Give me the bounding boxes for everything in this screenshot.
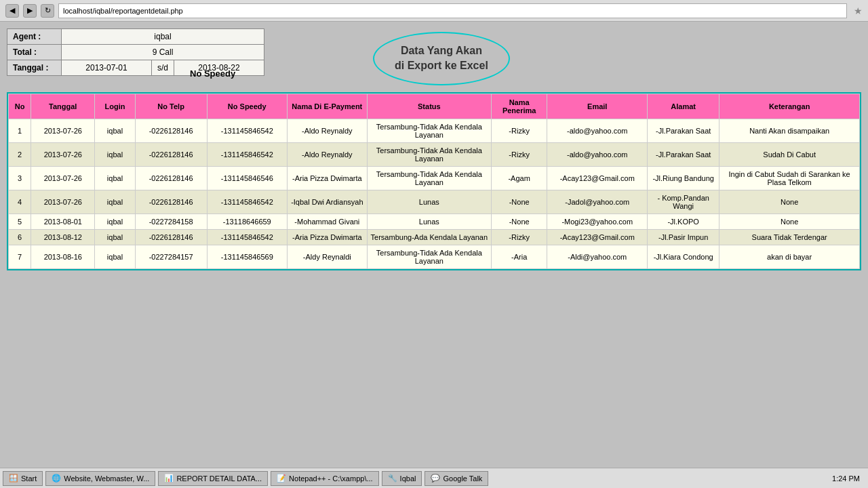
data-table-wrapper: No Tanggal Login No Telp No Speedy Nama … [7,92,861,270]
agent-label: Agent : [7,29,62,45]
table-cell: -Acay123@Gmail.com [547,166,648,190]
table-cell: -0226128146 [135,166,207,190]
start-label: Start [21,474,37,483]
table-cell: -Agam [491,166,547,190]
table-cell: iqbal [95,142,135,166]
table-cell: -Jl.Pasir Impun [648,229,719,245]
table-cell: -Aria Pizza Dwimarta [287,229,367,245]
table-cell: -0226128146 [135,119,207,142]
table-cell: -Jadol@yahoo.com [547,190,648,214]
table-cell: -Mogi23@yahoo.com [547,214,648,229]
table-cell: -Aria Pizza Dwimarta [287,166,367,190]
table-cell: Lunas [367,190,491,214]
table-cell: -None [491,190,547,214]
table-cell: -131145846542 [207,229,287,245]
table-cell: Nanti Akan disampaikan [719,119,860,142]
back-button[interactable]: ◀ [5,4,19,18]
table-cell: -0227284158 [135,214,207,229]
report-label: REPORT DETAIL DATA... [176,474,262,483]
table-cell: 5 [9,214,31,229]
table-cell: 2013-07-26 [31,166,95,190]
table-cell: -Aria [491,245,547,268]
th-ket: Keterangan [719,94,860,119]
taskbar-item-notepad[interactable]: 📝 Notepad++ - C:\xampp\... [271,471,379,486]
th-notelp: No Telp [135,94,207,119]
table-row: 62013-08-12iqbal-0226128146-131145846542… [9,229,860,245]
th-no: No [9,94,31,119]
table-cell: -0226128146 [135,229,207,245]
tanggal-from: 2013-07-01 [62,60,152,76]
table-cell: -131145846546 [207,166,287,190]
tanggal-label: Tanggal : [7,60,62,76]
table-cell: -0227284157 [135,245,207,268]
start-button[interactable]: 🪟 Start [3,471,43,486]
website-label: Website, Webmaster, W... [64,474,149,483]
table-cell: -Aldo Reynaldy [287,142,367,166]
taskbar-item-iqbal[interactable]: 🔧 Iqbal [382,471,422,486]
agent-row: Agent : iqbal [7,29,264,45]
address-bar[interactable] [58,3,847,18]
th-tanggal: Tanggal [31,94,95,119]
th-email: Email [547,94,648,119]
table-cell: 1 [9,119,31,142]
table-cell: 2013-08-12 [31,229,95,245]
taskbar-item-website[interactable]: 🌐 Website, Webmaster, W... [45,471,155,486]
table-cell: iqbal [95,214,135,229]
refresh-button[interactable]: ↻ [41,4,54,18]
oval-container: Data Yang Akan di Export ke Excel [373,32,510,85]
table-cell: 6 [9,229,31,245]
table-cell: 3 [9,166,31,190]
table-cell: -Jl.Parakan Saat [648,142,719,166]
table-cell: -131145846569 [207,245,287,268]
table-row: 72013-08-16iqbal-0227284157-131145846569… [9,245,860,268]
table-cell: -0226128146 [135,142,207,166]
gtalk-label: Google Talk [443,474,482,483]
table-cell: -13118646659 [207,214,287,229]
table-cell: akan di bayar [719,245,860,268]
start-icon: 🪟 [9,474,18,483]
table-row: 42013-07-26iqbal-0226128146-131145846542… [9,190,860,214]
forward-button[interactable]: ▶ [23,4,37,18]
table-cell: Tersambung-Tidak Ada Kendala Layanan [367,142,491,166]
table-cell: Sudah Di Cabut [719,142,860,166]
table-row: 12013-07-26iqbal-0226128146-131145846542… [9,119,860,142]
table-cell: -Jl.Riung Bandung [648,166,719,190]
table-cell: None [719,190,860,214]
report-icon: 📊 [164,474,174,483]
notepad-icon: 📝 [277,474,286,483]
table-cell: 2013-07-26 [31,119,95,142]
taskbar-item-report[interactable]: 📊 REPORT DETAIL DATA... [158,471,268,486]
table-cell: -aldo@yahoo.com [547,119,648,142]
table-cell: 2013-08-16 [31,245,95,268]
table-cell: -Rizky [491,119,547,142]
table-cell: -131145846542 [207,142,287,166]
table-cell: 7 [9,245,31,268]
taskbar-item-gtalk[interactable]: 💬 Google Talk [425,471,488,486]
th-login: Login [95,94,135,119]
table-cell: Tersambung-Ada Kendala Layanan [367,229,491,245]
table-cell: -Iqbal Dwi Ardiansyah [287,190,367,214]
table-cell: 4 [9,190,31,214]
table-cell: Tersambung-Tidak Ada Kendala Layanan [367,245,491,268]
table-cell: iqbal [95,166,135,190]
th-status: Status [367,94,491,119]
taskbar: 🪟 Start 🌐 Website, Webmaster, W... 📊 REP… [0,468,868,488]
table-cell: -Acay123@Gmail.com [547,229,648,245]
table-cell: None [719,214,860,229]
table-cell: -Jl.KOPO [648,214,719,229]
table-cell: -Rizky [491,142,547,166]
tanggal-sep: s/d [151,60,174,76]
th-alamat: Alamat [648,94,719,119]
table-cell: -Jl.Parakan Saat [648,119,719,142]
table-cell: -131145846542 [207,119,287,142]
bookmark-icon[interactable]: ★ [854,5,863,16]
iqbal-icon: 🔧 [388,474,397,483]
th-penerima: Nama Penerima [491,94,547,119]
table-cell: Ingin di Cabut Sudah di Sarankan ke Plas… [719,166,860,190]
total-value: 9 Call [62,45,264,60]
table-row: 32013-07-26iqbal-0226128146-131145846546… [9,166,860,190]
agent-value: iqbal [62,29,264,45]
data-table: No Tanggal Login No Telp No Speedy Nama … [8,94,860,269]
table-row: 22013-07-26iqbal-0226128146-131145846542… [9,142,860,166]
table-cell: Lunas [367,214,491,229]
